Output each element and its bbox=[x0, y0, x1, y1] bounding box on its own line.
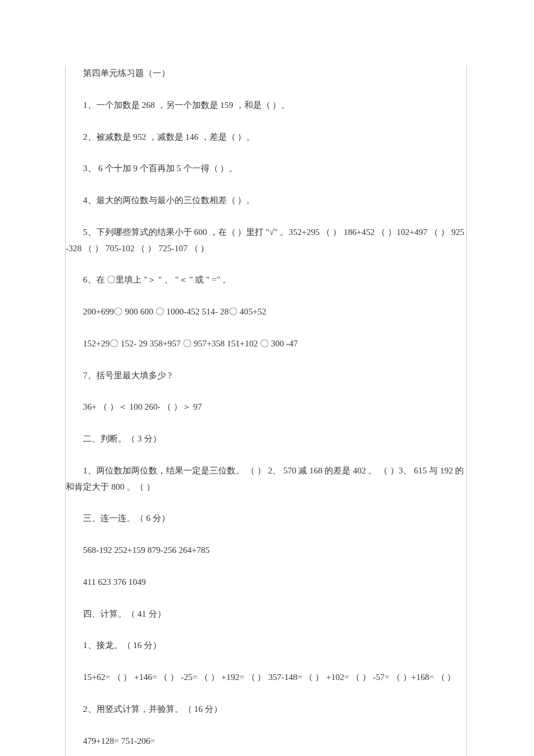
question-7a: 36+ （ ）＜ 100 260- （ ）＞ 97 bbox=[66, 399, 466, 415]
sec3b-text: 411 623 376 1049 bbox=[83, 577, 146, 587]
sec3-text: 三、连一连。（ 6 分） bbox=[83, 513, 170, 523]
section-2-q1: 1、两位数加两位数，结果一定是三位数。 （ ） 2、 570 减 168 的差是… bbox=[66, 463, 466, 495]
sec2-text: 二、判断。（ 3 分） bbox=[83, 434, 161, 443]
q5-text: 5、下列哪些算式的结果小于 600 ，在（ ）里打 "√" 。352+295 （… bbox=[66, 227, 464, 253]
question-7: 7、括号里最大填多少 ? bbox=[66, 368, 466, 384]
section-4-q1: 1、接龙。（ 16 分） bbox=[66, 638, 466, 654]
q6b-text: 152+29〇 152- 29 358+957 〇 957+358 151+10… bbox=[83, 339, 298, 348]
q6a-text: 200+699〇 900 600 〇 1000-452 514- 28〇 405… bbox=[83, 307, 266, 316]
q3-text: 3、 6 个十加 9 个百再加 5 个一得（ ）。 bbox=[83, 164, 237, 173]
question-5: 5、下列哪些算式的结果小于 600 ，在（ ）里打 "√" 。352+295 （… bbox=[66, 225, 466, 257]
section-3b: 411 623 376 1049 bbox=[66, 574, 466, 591]
section-2: 二、判断。（ 3 分） bbox=[66, 431, 466, 447]
title-line: 第四单元练习题（一） bbox=[66, 66, 466, 82]
question-6a: 200+699〇 900 600 〇 1000-452 514- 28〇 405… bbox=[66, 304, 466, 320]
sec2q1-text: 1、两位数加两位数，结果一定是三位数。 （ ） 2、 570 减 168 的差是… bbox=[66, 466, 464, 491]
q7a-text: 36+ （ ）＜ 100 260- （ ）＞ 97 bbox=[83, 402, 202, 411]
document-content: 第四单元练习题（一） 1、一个加数是 268 ，另一个加数是 159 ，和是（ … bbox=[65, 66, 467, 756]
section-3a: 568-192 252+159 879-256 264+785 bbox=[66, 542, 466, 559]
q1-text: 1、一个加数是 268 ，另一个加数是 159 ，和是（ ）。 bbox=[83, 100, 290, 110]
q6-text: 6、在 〇里填上 "＞ " 、 "＜ " 或 " =" 。 bbox=[83, 275, 231, 284]
question-6: 6、在 〇里填上 "＞ " 、 "＜ " 或 " =" 。 bbox=[66, 272, 466, 288]
question-1: 1、一个加数是 268 ，另一个加数是 159 ，和是（ ）。 bbox=[66, 97, 466, 114]
question-3: 3、 6 个十加 9 个百再加 5 个一得（ ）。 bbox=[66, 161, 466, 177]
question-4: 4、最大的两位数与最小的三位数相差（ ）。 bbox=[66, 193, 466, 209]
section-4: 四、计算。（ 41 分） bbox=[66, 606, 466, 623]
section-4-q1a: 15+62= （ ） +146= （ ） -25= （ ） +192= （ ） … bbox=[66, 670, 466, 686]
title-text: 第四单元练习题（一） bbox=[83, 68, 170, 78]
sec4-text: 四、计算。（ 41 分） bbox=[83, 609, 166, 618]
q4-text: 4、最大的两位数与最小的三位数相差（ ）。 bbox=[83, 196, 255, 205]
question-2: 2、被减数是 952 ，减数是 146 ，差是（ ）。 bbox=[66, 129, 466, 146]
sec3a-text: 568-192 252+159 879-256 264+785 bbox=[83, 545, 210, 555]
sec4q1-text: 1、接龙。（ 16 分） bbox=[83, 641, 161, 650]
q2-text: 2、被减数是 952 ，减数是 146 ，差是（ ）。 bbox=[83, 132, 255, 142]
q7-text: 7、括号里最大填多少 ? bbox=[83, 371, 172, 380]
section-4-q2: 2、用竖式计算，并验算。（ 16 分） bbox=[66, 701, 466, 718]
section-4-q2a: 479+128= 751-206= bbox=[66, 733, 466, 750]
sec4q2-text: 2、用竖式计算，并验算。（ 16 分） bbox=[83, 704, 222, 714]
sec4q1a-text: 15+62= （ ） +146= （ ） -25= （ ） +192= （ ） … bbox=[83, 672, 456, 682]
sec4q2a-text: 479+128= 751-206= bbox=[83, 736, 155, 746]
section-3: 三、连一连。（ 6 分） bbox=[66, 511, 466, 527]
question-6b: 152+29〇 152- 29 358+957 〇 957+358 151+10… bbox=[66, 336, 466, 352]
